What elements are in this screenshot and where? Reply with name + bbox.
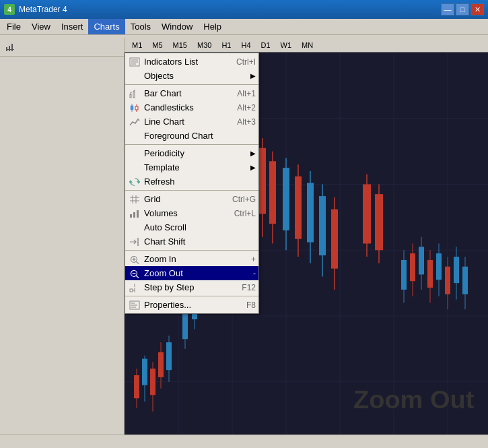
- status-bar: [0, 435, 488, 448]
- candlesticks-shortcut: Alt+2: [223, 103, 256, 113]
- menu-section-3: Periodicity ▶ Template ▶ Refresh: [125, 145, 258, 191]
- menu-line-chart[interactable]: Line Chart Alt+3: [125, 115, 258, 129]
- left-toolbar: [0, 38, 124, 57]
- svg-rect-114: [137, 210, 139, 218]
- step-by-step-icon: [128, 282, 141, 293]
- line-chart-icon: [128, 117, 141, 127]
- menu-file[interactable]: File: [1, 19, 26, 34]
- left-panel: [0, 38, 125, 435]
- svg-rect-63: [283, 168, 289, 230]
- menu-charts[interactable]: Charts: [88, 19, 125, 34]
- svg-rect-81: [419, 247, 424, 274]
- menu-section-4: Grid Ctrl+G Volumes Ctrl+L Auto Scroll: [125, 191, 258, 251]
- periodicity-icon: [128, 148, 141, 159]
- volumes-icon: [128, 208, 141, 219]
- svg-rect-67: [307, 183, 314, 243]
- menu-objects[interactable]: Objects ▶: [125, 69, 258, 83]
- chart-area: M1 M5 M15 M30 H1 H4 D1 W1 MN: [125, 38, 488, 435]
- minimize-button[interactable]: —: [441, 3, 454, 15]
- zoom-in-label: Zoom In: [144, 254, 176, 264]
- volumes-label: Volumes: [144, 208, 178, 218]
- step-by-step-shortcut: F12: [228, 283, 256, 292]
- menu-template[interactable]: Template ▶: [125, 160, 258, 174]
- menu-refresh[interactable]: Refresh: [125, 174, 258, 189]
- auto-scroll-label: Auto Scroll: [144, 222, 186, 232]
- menu-window[interactable]: Window: [156, 19, 198, 34]
- zoom-out-chart-label: Zoom Out: [353, 385, 475, 414]
- svg-rect-123: [130, 289, 133, 292]
- tf-m15[interactable]: M15: [168, 40, 192, 51]
- svg-rect-35: [134, 375, 139, 398]
- left-tool-1[interactable]: [1, 39, 19, 55]
- tf-h4[interactable]: H4: [236, 40, 255, 51]
- svg-rect-73: [363, 185, 371, 244]
- svg-rect-71: [331, 210, 338, 269]
- bar-chart-shortcut: Alt+1: [223, 89, 256, 98]
- menu-indicators-list[interactable]: Indicators List Ctrl+I: [125, 55, 258, 69]
- menu-auto-scroll[interactable]: Auto Scroll: [125, 220, 258, 234]
- indicators-list-label: Indicators List: [144, 57, 198, 67]
- svg-rect-79: [410, 253, 415, 281]
- menu-periodicity[interactable]: Periodicity ▶: [125, 146, 258, 160]
- tf-d1[interactable]: D1: [256, 40, 275, 51]
- menu-bar-chart[interactable]: Bar Chart Alt+1: [125, 86, 258, 100]
- menu-view[interactable]: View: [26, 19, 56, 34]
- volumes-shortcut: Ctrl+L: [221, 209, 256, 218]
- svg-rect-41: [158, 352, 164, 377]
- menu-tools[interactable]: Tools: [125, 19, 156, 34]
- menu-zoom-in[interactable]: Zoom In +: [125, 252, 258, 266]
- menu-candlesticks[interactable]: Candlesticks Alt+2: [125, 100, 258, 115]
- properties-label: Properties...: [144, 300, 191, 310]
- svg-rect-91: [462, 267, 468, 294]
- zoom-out-icon: [128, 268, 141, 279]
- svg-rect-113: [133, 212, 135, 218]
- svg-rect-65: [295, 177, 302, 239]
- tf-m1[interactable]: M1: [127, 40, 147, 51]
- menu-grid[interactable]: Grid Ctrl+G: [125, 192, 258, 206]
- properties-icon: [128, 300, 141, 311]
- line-chart-label: Line Chart: [144, 117, 184, 127]
- charts-dropdown-menu: Indicators List Ctrl+I Objects ▶: [125, 53, 259, 314]
- svg-rect-77: [401, 260, 407, 290]
- main-area: M1 M5 M15 M30 H1 H4 D1 W1 MN: [0, 38, 488, 435]
- foreground-chart-icon: [128, 131, 141, 141]
- zoom-in-icon: [128, 254, 141, 265]
- menu-section-2: Bar Chart Alt+1 Candlesticks Alt+2: [125, 85, 258, 145]
- candlesticks-label: Candlesticks: [144, 102, 194, 113]
- menu-volumes[interactable]: Volumes Ctrl+L: [125, 206, 258, 220]
- menu-bar: File View Insert Charts Tools Window Hel…: [0, 19, 488, 35]
- template-arrow: ▶: [250, 164, 256, 171]
- close-button[interactable]: ✕: [470, 3, 484, 15]
- tf-w1[interactable]: W1: [276, 40, 297, 51]
- window-controls: — □ ✕: [441, 3, 484, 15]
- svg-rect-21: [6, 49, 14, 50]
- objects-icon: [128, 71, 141, 82]
- title-bar: 4 MetaTrader 4 — □ ✕: [0, 0, 488, 19]
- svg-rect-17: [6, 50, 7, 51]
- zoom-out-label: Zoom Out: [144, 268, 183, 278]
- menu-step-by-step[interactable]: Step by Step F12: [125, 280, 258, 294]
- tf-mn[interactable]: MN: [297, 40, 318, 51]
- menu-section-1: Indicators List Ctrl+I Objects ▶: [125, 53, 258, 85]
- menu-section-6: Properties... F8: [125, 296, 258, 313]
- tf-h1[interactable]: H1: [217, 40, 236, 51]
- properties-shortcut: F8: [233, 300, 256, 310]
- menu-foreground-chart[interactable]: Foreground Chart: [125, 129, 258, 143]
- template-label: Template: [144, 162, 180, 172]
- menu-help[interactable]: Help: [198, 19, 227, 34]
- svg-rect-87: [445, 267, 450, 294]
- menu-properties[interactable]: Properties... F8: [125, 298, 258, 312]
- svg-rect-69: [319, 196, 326, 255]
- refresh-label: Refresh: [144, 177, 175, 187]
- svg-rect-112: [130, 214, 132, 218]
- svg-rect-99: [133, 92, 135, 98]
- svg-rect-102: [131, 106, 133, 110]
- indicators-list-icon: [128, 57, 141, 67]
- tf-m30[interactable]: M30: [193, 40, 216, 51]
- menu-chart-shift[interactable]: Chart Shift: [125, 234, 258, 249]
- menu-zoom-out[interactable]: Zoom Out -: [125, 266, 258, 280]
- grid-icon: [128, 194, 141, 205]
- tf-m5[interactable]: M5: [147, 40, 167, 51]
- maximize-button[interactable]: □: [456, 3, 469, 15]
- menu-insert[interactable]: Insert: [56, 19, 89, 34]
